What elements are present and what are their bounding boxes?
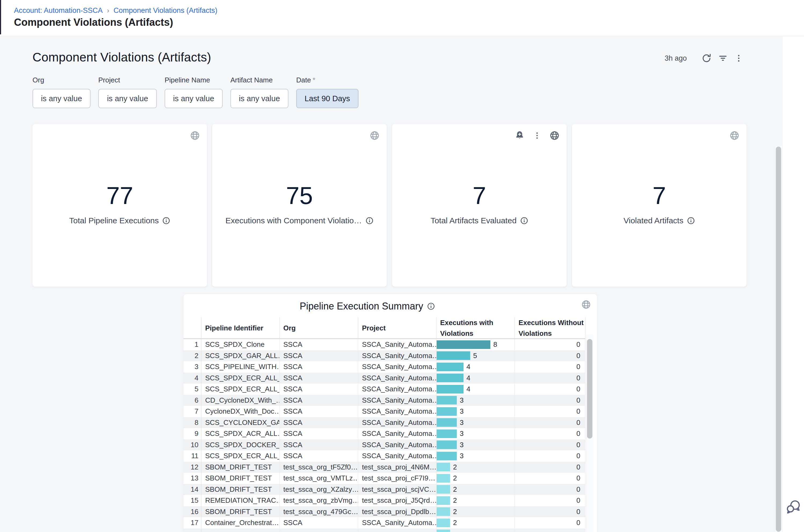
- cell-org: SSCA: [279, 384, 358, 395]
- row-index: 10: [183, 439, 201, 451]
- violations-bar: [437, 374, 464, 382]
- tile-violated-artifacts: 7 Violated Artifacts: [572, 124, 747, 287]
- cell-executions-without-violations: 0: [515, 462, 585, 473]
- info-icon[interactable]: [366, 216, 374, 225]
- cell-pipeline-identifier: SBOM_DRIFT_TEST: [201, 473, 279, 484]
- cell-pipeline-identifier: SCS_SPDX_ECR_ALL_…: [201, 450, 279, 462]
- cell-project: SSCA_Sanity_Automa…: [358, 395, 436, 406]
- info-icon[interactable]: [427, 302, 435, 310]
- violations-value: 3: [460, 407, 464, 416]
- filter-pipeline-name-value[interactable]: is any value: [165, 89, 223, 108]
- cell-project: SSCA_Sanity_Automa…: [358, 428, 436, 439]
- violations-value: 2: [453, 463, 457, 471]
- violations-bar: [437, 385, 464, 394]
- violations-value: 2: [453, 508, 457, 516]
- cell-org: [279, 529, 358, 532]
- cell-org: test_ssca_org_zbVmg…: [279, 495, 358, 506]
- violations-bar: [437, 440, 457, 449]
- filter-icon[interactable]: [718, 53, 728, 63]
- col-org[interactable]: Org: [279, 317, 358, 339]
- col-executions-with-violations[interactable]: Executions with Violations: [436, 317, 515, 339]
- cell-project: SSCA_Sanity_Automa…: [358, 450, 436, 462]
- filter-date-value[interactable]: Last 90 Days: [296, 89, 358, 108]
- cell-pipeline-identifier: SBOM_DRIFT_TEST: [201, 462, 279, 473]
- globe-icon[interactable]: [729, 130, 740, 141]
- violations-value: 3: [460, 418, 464, 427]
- col-executions-without-violations[interactable]: Executions Without Violations: [515, 317, 585, 339]
- cell-org: SSCA: [279, 373, 358, 384]
- kpi-label: Total Pipeline Executions: [69, 216, 159, 225]
- page-scrollbar-thumb[interactable]: [776, 147, 781, 532]
- cell-executions-without-violations: 0: [515, 506, 585, 517]
- violations-value: 4: [466, 374, 470, 382]
- info-icon[interactable]: [520, 216, 528, 225]
- globe-icon[interactable]: [549, 130, 560, 141]
- violations-bar: [437, 485, 450, 494]
- violations-value: 4: [466, 385, 470, 393]
- nav-edge-strip: [0, 0, 1, 34]
- cell-executions-with-violations: 2: [436, 517, 515, 529]
- violations-bar: [437, 452, 457, 460]
- breadcrumb-current-link[interactable]: Component Violations (Artifacts): [114, 6, 218, 15]
- cell-pipeline-identifier: SCS_CYCLONEDX_GA…: [201, 417, 279, 429]
- cell-project: test_ssca_proj_scjVC…: [358, 484, 436, 495]
- cell-executions-with-violations: 2: [436, 462, 515, 473]
- table-scrollbar-thumb[interactable]: [587, 339, 592, 439]
- kpi-label: Total Artifacts Evaluated: [430, 216, 517, 225]
- cell-project: SSCA_Sanity_Automa…: [358, 361, 436, 373]
- filter-artifact-name-value[interactable]: is any value: [230, 89, 288, 108]
- table-row: 7 CycloneDX_With_Doc… SSCA SSCA_Sanity_A…: [183, 406, 585, 417]
- cell-pipeline-identifier: CycloneDX_With_Doc…: [201, 406, 279, 417]
- cell-executions-with-violations: 4: [436, 373, 515, 384]
- table-header: Pipeline Identifier Org Project Executio…: [183, 317, 585, 339]
- violations-value: 3: [460, 441, 464, 449]
- cell-org: SSCA: [279, 361, 358, 373]
- cell-executions-with-violations: 3: [436, 417, 515, 429]
- violations-value: 4: [466, 363, 470, 371]
- kebab-menu-icon[interactable]: [734, 54, 743, 63]
- cell-executions-without-violations: 0: [515, 406, 585, 417]
- col-project[interactable]: Project: [358, 317, 436, 339]
- cell-executions-with-violations: 3: [436, 450, 515, 462]
- breadcrumb-account-link[interactable]: Account: Automation-SSCA: [14, 6, 102, 15]
- row-index: 14: [183, 484, 201, 495]
- info-icon[interactable]: [162, 216, 170, 225]
- cell-pipeline-identifier: SBOM_DRIFT_TEST: [201, 506, 279, 517]
- cell-org: SSCA: [279, 517, 358, 529]
- cell-executions-with-violations: 8: [436, 339, 515, 350]
- bell-plus-icon[interactable]: [515, 130, 525, 141]
- refresh-icon[interactable]: [702, 53, 712, 63]
- cell-org: test_ssca_org_XZalzy…: [279, 484, 358, 495]
- table-row: [183, 529, 585, 532]
- row-index: 17: [183, 517, 201, 529]
- filter-org-value[interactable]: is any value: [33, 89, 91, 108]
- violations-value: 5: [473, 352, 477, 360]
- table-row: 3 SCS_PIPELINE_WITH… SSCA SSCA_Sanity_Au…: [183, 361, 585, 373]
- table-row: 12 SBOM_DRIFT_TEST test_ssca_org_tF5Zf0……: [183, 462, 585, 473]
- row-index: 3: [183, 361, 201, 373]
- kpi-value: 7: [392, 183, 567, 209]
- cell-project: test_ssca_proj_Dpdlb…: [358, 506, 436, 517]
- row-index: 15: [183, 495, 201, 506]
- globe-icon[interactable]: [190, 130, 200, 141]
- breadcrumb-separator: ›: [107, 6, 109, 15]
- violations-bar: [437, 352, 470, 360]
- tile-total-artifacts-evaluated: 7 Total Artifacts Evaluated: [392, 124, 567, 287]
- filter-project-value[interactable]: is any value: [98, 89, 157, 108]
- cell-pipeline-identifier: SCS_SPDX_ECR_ALL_…: [201, 384, 279, 395]
- cell-project: SSCA_Sanity_Automa…: [358, 439, 436, 451]
- cell-project: test_ssca_proj_cF7I9…: [358, 473, 436, 484]
- globe-icon[interactable]: [581, 300, 591, 309]
- table-body: 1 SCS_SPDX_Clone SSCA SSCA_Sanity_Automa…: [183, 339, 585, 532]
- cell-executions-without-violations: 0: [515, 373, 585, 384]
- kebab-menu-icon[interactable]: [533, 131, 541, 140]
- col-pipeline-identifier[interactable]: Pipeline Identifier: [201, 317, 279, 339]
- chat-bubbles-icon[interactable]: [785, 499, 802, 515]
- page-header: Account: Automation-SSCA › Component Vio…: [0, 0, 804, 36]
- row-index: [183, 529, 201, 532]
- globe-icon[interactable]: [370, 130, 380, 141]
- filter-pipeline-name: Pipeline Name is any value: [165, 76, 223, 108]
- violations-bar: [437, 518, 450, 527]
- violations-bar: [437, 507, 450, 516]
- info-icon[interactable]: [687, 216, 695, 225]
